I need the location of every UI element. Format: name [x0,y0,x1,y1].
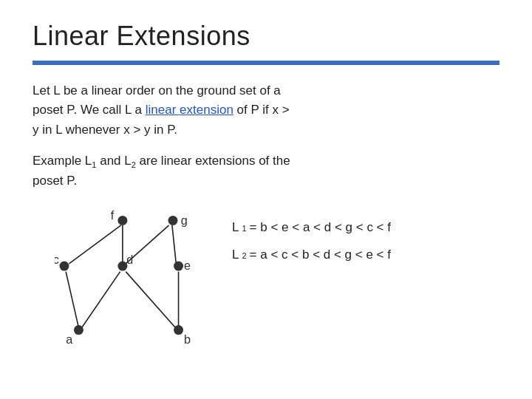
node-g [168,216,178,225]
intro-line1: Let L be a linear order on the ground se… [33,83,281,98]
l2-line: L2 = a < c < b < d < g < e < f [232,241,391,268]
label-a: a [66,332,73,346]
graph-area: f g c d e a b [55,206,202,354]
label-d: d [126,253,133,266]
label-b: b [184,332,191,346]
blue-divider [33,61,499,65]
l1-line: L1 = b < e < a < d < g < c < f [232,214,391,241]
svg-line-4 [66,271,78,327]
label-g: g [181,214,188,227]
node-c [59,261,69,270]
l2-eq: = a < c < b < d < g < e < f [250,241,391,268]
l1-sub: 1 [242,219,246,237]
intro-line3: y in L whenever x > y in P. [33,123,177,137]
l2-label: L [232,241,239,268]
example-paragraph: Example L1 and L2 are linear extensions … [33,151,499,191]
label-e: e [184,259,191,272]
linear-extension-link: linear extension [146,103,233,117]
l2-sub: 2 [242,247,246,265]
intro-line2: poset P. We call L a linear extension of… [33,103,290,117]
label-f: f [111,208,115,222]
svg-line-5 [82,271,120,327]
content-area: f g c d e a b L1 = b < e < a < d < g < c… [33,199,499,354]
poset-graph: f g c d e a b [55,206,202,354]
label-c: c [55,253,59,266]
node-b [174,325,183,335]
l1-label: L [232,214,239,241]
node-a [74,325,83,335]
slide: Linear Extensions Let L be a linear orde… [0,0,532,399]
node-e [174,261,183,270]
page-title: Linear Extensions [33,21,499,52]
l1-eq: = b < e < a < d < g < c < f [250,214,391,241]
svg-line-0 [69,225,120,264]
node-f [117,216,127,225]
intro-paragraph: Let L be a linear order on the ground se… [33,81,499,140]
svg-line-6 [126,271,175,327]
extensions-list: L1 = b < e < a < d < g < c < f L2 = a < … [232,214,391,269]
svg-line-3 [172,225,176,264]
